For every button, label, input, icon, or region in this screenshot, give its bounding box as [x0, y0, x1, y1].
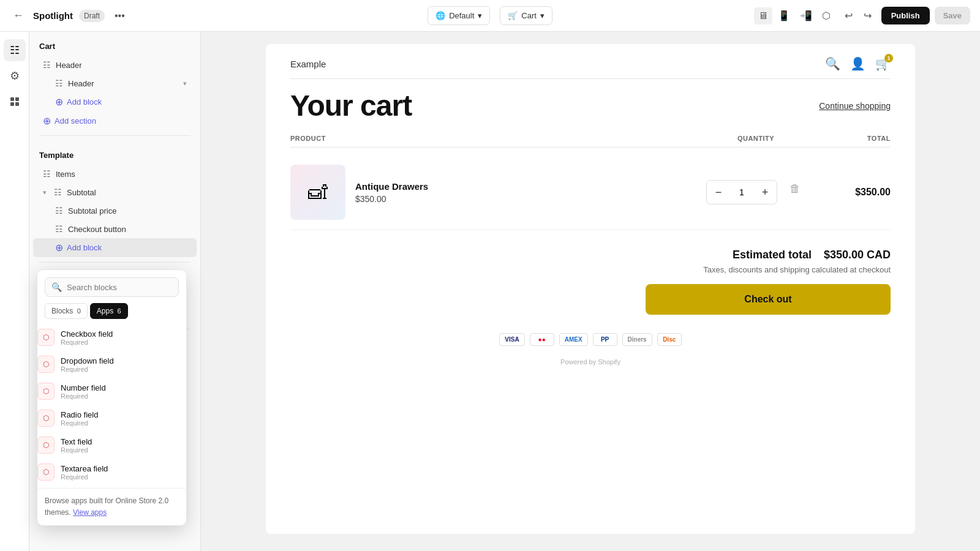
- continue-shopping-link[interactable]: Continue shopping: [819, 101, 891, 111]
- delete-item-button[interactable]: 🗑: [785, 180, 805, 204]
- cart-page-title: Your cart: [290, 89, 412, 122]
- chevron-icon: ▾: [183, 80, 187, 88]
- save-button[interactable]: Save: [935, 7, 970, 24]
- topbar-center: 🌐 Default ▾ 🛒 Cart ▾: [428, 6, 552, 25]
- sidebar-title: Cart: [29, 32, 200, 56]
- item-total: $350.00: [817, 187, 891, 198]
- sidebar-checkout-btn[interactable]: ☷ Checkout button: [33, 220, 197, 238]
- payment-icons: VISA ●● AMEX PP Diners Disc: [290, 327, 891, 352]
- sidebar-header-section[interactable]: ☷ Header: [33, 56, 197, 74]
- sidebar-header-item[interactable]: ☷ Header ▾: [33, 74, 197, 92]
- checkout-button[interactable]: Check out: [646, 284, 891, 315]
- account-icon[interactable]: 👤: [850, 56, 865, 71]
- share-icon[interactable]: ⬡: [818, 7, 835, 24]
- block-item-text: Textarea field Required: [61, 464, 108, 481]
- default-button[interactable]: 🌐 Default ▾: [428, 6, 490, 25]
- cart-summary: Estimated total $350.00 CAD Taxes, disco…: [290, 230, 891, 315]
- tab-blocks[interactable]: Blocks 0: [45, 303, 88, 319]
- cart-button[interactable]: 🛒 Cart ▾: [500, 6, 552, 25]
- search-preview-icon[interactable]: 🔍: [825, 56, 840, 71]
- block-list-item[interactable]: ⬡ Radio field Required: [37, 405, 186, 432]
- topbar: ← Spotlight Draft ••• 🌐 Default ▾ 🛒 Cart…: [0, 0, 980, 32]
- quantity-control: − 1 + 🗑: [695, 180, 817, 204]
- view-apps-link[interactable]: View apps: [73, 508, 107, 517]
- block-item-name: Text field: [61, 437, 92, 446]
- block-item-text: Number field Required: [61, 383, 106, 400]
- publish-button[interactable]: Publish: [881, 7, 930, 24]
- cart-badge: 1: [884, 54, 893, 62]
- search-blocks-input[interactable]: [67, 283, 172, 292]
- more-button[interactable]: •••: [111, 8, 129, 24]
- app-name: Spotlight: [33, 10, 73, 21]
- block-item-sub: Required: [61, 365, 114, 373]
- mastercard-icon: ●●: [530, 333, 554, 346]
- estimated-total-row: Estimated total $350.00 CAD: [733, 249, 891, 261]
- block-item-icon: ⬡: [37, 410, 55, 427]
- block-list-item[interactable]: ⬡ Dropdown field Required: [37, 351, 186, 378]
- sidebar-subtotal-price[interactable]: ☷ Subtotal price: [33, 201, 197, 220]
- block-list-item[interactable]: ⬡ Number field Required: [37, 378, 186, 405]
- nav-settings-icon[interactable]: ⚙: [4, 65, 26, 87]
- qty-box: − 1 +: [706, 180, 777, 204]
- block-list-item[interactable]: ⬡ Text field Required: [37, 432, 186, 459]
- product-price: $350.00: [355, 194, 695, 204]
- block-item-sub: Required: [61, 392, 106, 400]
- preview-icons: 🔍 👤 🛒 1: [825, 56, 891, 71]
- preview-area: Example 🔍 👤 🛒 1 Your cart Continue shopp…: [201, 32, 980, 551]
- product-thumbnail: 🛋: [290, 165, 345, 220]
- template-title: Template: [29, 141, 200, 165]
- redo-button[interactable]: ↪: [859, 6, 876, 25]
- subtotal-price-icon: ☷: [55, 206, 63, 216]
- topbar-right: 🖥 📱 📲 ⬡ ↩ ↪ Publish Save: [560, 6, 970, 25]
- popup-footer-text: Browse apps built for Online Store 2.0 t…: [45, 497, 168, 517]
- add-block-1-button[interactable]: ⊕ Add block: [33, 92, 197, 111]
- block-item-sub: Required: [61, 446, 92, 454]
- block-item-sub: Required: [61, 339, 113, 346]
- cart-item: 🛋 Antique Drawers $350.00 − 1 + 🗑 $350.0…: [290, 155, 891, 230]
- apps-count: 6: [118, 307, 121, 315]
- col-quantity-label: QUANTITY: [695, 135, 817, 142]
- tab-apps[interactable]: Apps 6: [90, 303, 128, 319]
- preview-topbar: Example 🔍 👤 🛒 1: [290, 56, 891, 79]
- powered-by: Powered by Shopify: [290, 358, 891, 365]
- popup-footer: Browse apps built for Online Store 2.0 t…: [37, 488, 186, 525]
- qty-increase-button[interactable]: +: [753, 181, 777, 204]
- block-item-text: Radio field Required: [61, 410, 98, 427]
- draft-badge: Draft: [79, 10, 105, 22]
- qty-decrease-button[interactable]: −: [707, 181, 730, 204]
- block-list-item[interactable]: ⬡ Checkbox field Required: [37, 324, 186, 351]
- sidebar-subtotal[interactable]: ▾ ☷ Subtotal: [33, 183, 197, 201]
- block-item-icon: ⬡: [37, 356, 55, 373]
- mobile-icon[interactable]: 📲: [796, 7, 816, 24]
- undo-button[interactable]: ↩: [840, 6, 858, 25]
- block-item-icon: ⬡: [37, 437, 55, 454]
- estimated-label: Estimated total: [733, 249, 812, 261]
- search-input-wrap: 🔍: [45, 277, 179, 297]
- plus-icon: ⊕: [43, 115, 51, 127]
- block-item-sub: Required: [61, 473, 108, 481]
- block-item-name: Number field: [61, 383, 106, 392]
- block-item-name: Radio field: [61, 410, 98, 419]
- desktop-icon[interactable]: 🖥: [754, 7, 772, 24]
- back-button[interactable]: ←: [10, 7, 27, 24]
- col-total-label: TOTAL: [817, 135, 891, 142]
- nav-sections-icon[interactable]: ☷: [4, 39, 26, 61]
- tabs-row: Blocks 0 Apps 6: [45, 303, 179, 319]
- search-blocks-popup: 🔍 Blocks 0 Apps 6 ⬡ Checkbox field Requi…: [37, 269, 187, 526]
- tablet-icon[interactable]: 📱: [774, 7, 794, 24]
- blocks-count: 0: [77, 307, 81, 315]
- sidebar-items[interactable]: ☷ Items: [33, 165, 197, 183]
- add-block-2-button[interactable]: ⊕ Add block: [33, 238, 197, 257]
- block-item-sub: Required: [61, 419, 98, 427]
- discover-icon: Disc: [657, 333, 682, 346]
- nav-blocks-icon[interactable]: [4, 91, 26, 113]
- undo-redo: ↩ ↪: [840, 6, 876, 25]
- block-icon: ☷: [55, 78, 63, 88]
- block-list-item[interactable]: ⬡ Textarea field Required: [37, 459, 186, 485]
- add-section-1-button[interactable]: ⊕ Add section: [33, 111, 197, 130]
- popup-inner: 🔍 Blocks 0 Apps 6: [37, 270, 186, 319]
- cart-preview-icon[interactable]: 🛒 1: [875, 56, 891, 71]
- block-item-icon: ⬡: [37, 383, 55, 400]
- qty-value: 1: [730, 187, 753, 197]
- icon-nav: ☷ ⚙: [0, 32, 29, 551]
